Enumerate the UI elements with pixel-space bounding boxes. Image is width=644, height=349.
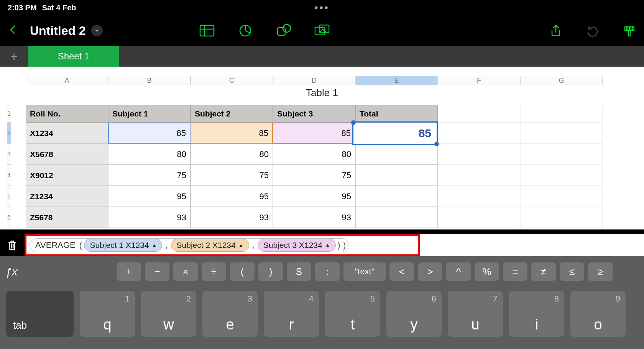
shape-icon[interactable] — [276, 24, 291, 38]
key-caret[interactable]: ^ — [446, 262, 471, 281]
cell-D3[interactable]: 80 — [273, 144, 355, 165]
col-header-G[interactable]: G — [520, 76, 603, 85]
key-rparen[interactable]: ) — [258, 262, 283, 281]
cell-C2[interactable]: 85 — [191, 123, 273, 144]
cell-A6[interactable]: Z5678 — [26, 207, 108, 228]
row-header-6[interactable]: 6 — [7, 207, 11, 228]
cell-F4[interactable] — [438, 165, 520, 186]
key-minus[interactable]: − — [145, 262, 169, 281]
key-r[interactable]: 4r — [264, 291, 319, 337]
add-sheet-button[interactable]: + — [0, 46, 28, 67]
formula-arg-1[interactable]: Subject 1 X1234▲ — [84, 239, 162, 252]
cell-B2[interactable]: 85 — [108, 123, 191, 144]
formula-arg-3[interactable]: Subject 3 X1234▲ — [258, 239, 336, 252]
cell-E5[interactable] — [355, 186, 438, 207]
key-lt[interactable]: < — [389, 262, 414, 281]
cell-F6[interactable] — [438, 207, 520, 228]
cell-A5[interactable]: Z1234 — [26, 186, 108, 207]
key-t[interactable]: 5t — [325, 291, 380, 337]
function-name-pill[interactable]: AVERAGE ( Subject 1 X1234▲ , Subject 2 X… — [30, 238, 348, 252]
col-header-A[interactable]: A — [26, 76, 108, 85]
key-plus[interactable]: + — [117, 262, 141, 281]
cell-F3[interactable] — [438, 144, 520, 165]
key-q[interactable]: 1q — [80, 291, 135, 337]
back-button[interactable] — [8, 23, 18, 39]
cell-B4[interactable]: 75 — [108, 165, 191, 186]
selection-handle-tl[interactable] — [351, 120, 356, 125]
selection-handle-br[interactable] — [434, 142, 439, 146]
row-header-2[interactable]: 2 — [7, 123, 11, 144]
col-header-B[interactable]: B — [108, 76, 191, 85]
key-pct[interactable]: % — [475, 262, 499, 281]
cell-F5[interactable] — [438, 186, 520, 207]
cell-C4[interactable]: 75 — [191, 165, 273, 186]
cell-E6[interactable] — [355, 207, 438, 228]
formula-bar[interactable]: AVERAGE ( Subject 1 X1234▲ , Subject 2 X… — [25, 234, 420, 256]
multitask-dots-icon[interactable]: ••• — [314, 2, 329, 14]
header-subject2[interactable]: Subject 2 — [191, 105, 273, 123]
cell-A2[interactable]: X1234 — [26, 123, 108, 144]
media-icon[interactable] — [314, 24, 330, 38]
col-header-E[interactable]: E — [355, 76, 438, 85]
key-gt[interactable]: > — [418, 262, 442, 281]
key-ge[interactable]: ≥ — [588, 262, 613, 281]
header-empty-g[interactable] — [520, 105, 603, 123]
row-header-3[interactable]: 3 — [7, 144, 11, 165]
key-divide[interactable]: ÷ — [202, 262, 226, 281]
table-title[interactable]: Table 1 — [0, 87, 644, 99]
title-menu-button[interactable] — [91, 25, 103, 36]
cell-F2[interactable] — [438, 123, 520, 144]
cell-C6[interactable]: 93 — [191, 207, 273, 228]
cell-G3[interactable] — [520, 144, 603, 165]
key-i[interactable]: 8i — [509, 291, 564, 337]
fx-button[interactable]: ƒx — [5, 265, 28, 278]
key-le[interactable]: ≤ — [560, 262, 584, 281]
active-cell-E2[interactable]: 85 — [352, 121, 438, 145]
key-text[interactable]: "text" — [343, 262, 386, 281]
key-y[interactable]: 6y — [386, 291, 442, 337]
key-w[interactable]: 2w — [141, 291, 196, 337]
format-brush-icon[interactable] — [623, 24, 636, 38]
document-title[interactable]: Untitled 2 — [30, 24, 86, 38]
cell-C3[interactable]: 80 — [191, 144, 273, 165]
key-times[interactable]: × — [173, 262, 198, 281]
header-subject1[interactable]: Subject 1 — [108, 105, 191, 123]
row-header-1[interactable]: 1 — [7, 105, 11, 123]
key-u[interactable]: 7u — [448, 291, 503, 337]
key-o[interactable]: 9o — [570, 291, 626, 337]
delete-formula-button[interactable] — [0, 234, 25, 256]
cell-G6[interactable] — [520, 207, 603, 228]
header-roll-no[interactable]: Roll No. — [26, 105, 108, 123]
cell-G5[interactable] — [520, 186, 603, 207]
key-e[interactable]: 3e — [202, 291, 258, 337]
cell-G4[interactable] — [520, 165, 603, 186]
col-header-D[interactable]: D — [273, 76, 355, 85]
cell-D4[interactable]: 75 — [273, 165, 355, 186]
key-lparen[interactable]: ( — [230, 262, 255, 281]
chart-icon[interactable] — [238, 24, 253, 38]
share-icon[interactable] — [549, 24, 563, 38]
key-tab[interactable]: tab — [6, 291, 74, 337]
header-total[interactable]: Total — [355, 105, 438, 123]
cell-C5[interactable]: 95 — [191, 186, 273, 207]
cell-E3[interactable] — [355, 144, 438, 165]
formula-arg-2[interactable]: Subject 2 X1234▲ — [171, 239, 249, 252]
row-header-4[interactable]: 4 — [7, 165, 11, 186]
col-header-F[interactable]: F — [438, 76, 520, 85]
cell-G2[interactable] — [520, 123, 603, 144]
key-eq[interactable]: = — [503, 262, 527, 281]
key-colon[interactable]: : — [315, 262, 340, 281]
cell-B5[interactable]: 95 — [108, 186, 191, 207]
cell-E4[interactable] — [355, 165, 438, 186]
col-header-C[interactable]: C — [191, 76, 273, 85]
cell-D5[interactable]: 95 — [273, 186, 355, 207]
header-subject3[interactable]: Subject 3 — [273, 105, 355, 123]
sheet-tab-1[interactable]: Sheet 1 — [28, 46, 119, 67]
cell-D6[interactable]: 93 — [273, 207, 355, 228]
cell-A3[interactable]: X5678 — [26, 144, 108, 165]
table-icon[interactable] — [199, 24, 215, 38]
header-empty-f[interactable] — [438, 105, 520, 123]
formula-bar-extra[interactable] — [420, 234, 644, 256]
key-neq[interactable]: ≠ — [531, 262, 556, 281]
undo-icon[interactable] — [586, 24, 600, 38]
